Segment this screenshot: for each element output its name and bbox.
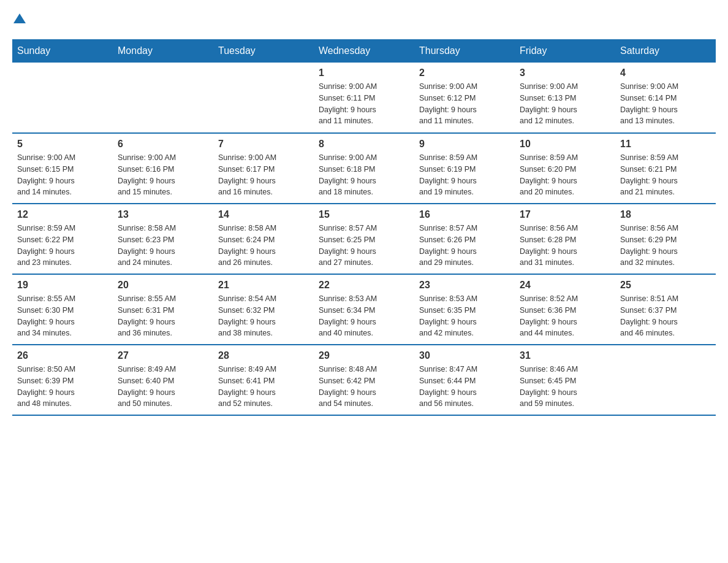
- day-info: Sunrise: 8:59 AM Sunset: 6:19 PM Dayligh…: [419, 152, 510, 198]
- calendar-cell: 24Sunrise: 8:52 AM Sunset: 6:36 PM Dayli…: [515, 274, 615, 345]
- day-info: Sunrise: 8:46 AM Sunset: 6:45 PM Dayligh…: [520, 364, 610, 410]
- day-info: Sunrise: 8:59 AM Sunset: 6:22 PM Dayligh…: [17, 223, 108, 269]
- day-info: Sunrise: 9:00 AM Sunset: 6:14 PM Dayligh…: [620, 81, 711, 127]
- day-number: 4: [620, 67, 711, 79]
- day-number: 5: [17, 139, 108, 150]
- calendar-cell: 6Sunrise: 9:00 AM Sunset: 6:16 PM Daylig…: [113, 133, 213, 204]
- week-row-1: 5Sunrise: 9:00 AM Sunset: 6:15 PM Daylig…: [12, 133, 716, 204]
- day-number: 6: [118, 139, 208, 150]
- calendar-table: SundayMondayTuesdayWednesdayThursdayFrid…: [12, 39, 716, 416]
- week-row-0: 1Sunrise: 9:00 AM Sunset: 6:11 PM Daylig…: [12, 63, 716, 133]
- calendar-cell: 13Sunrise: 8:58 AM Sunset: 6:23 PM Dayli…: [113, 204, 213, 274]
- calendar-cell: 10Sunrise: 8:59 AM Sunset: 6:20 PM Dayli…: [515, 133, 615, 204]
- day-info: Sunrise: 8:56 AM Sunset: 6:29 PM Dayligh…: [620, 223, 711, 269]
- calendar-cell: 16Sunrise: 8:57 AM Sunset: 6:26 PM Dayli…: [414, 204, 515, 274]
- week-row-3: 19Sunrise: 8:55 AM Sunset: 6:30 PM Dayli…: [12, 274, 716, 345]
- calendar-cell: 4Sunrise: 9:00 AM Sunset: 6:14 PM Daylig…: [615, 63, 716, 133]
- logo: [12, 12, 26, 27]
- header-thursday: Thursday: [414, 39, 515, 63]
- day-number: 16: [419, 209, 510, 220]
- calendar-cell: [615, 345, 716, 415]
- logo-triangle-icon: [13, 12, 26, 25]
- calendar-cell: 14Sunrise: 8:58 AM Sunset: 6:24 PM Dayli…: [213, 204, 314, 274]
- day-number: 14: [218, 209, 309, 220]
- day-number: 23: [419, 280, 510, 291]
- calendar-cell: 9Sunrise: 8:59 AM Sunset: 6:19 PM Daylig…: [414, 133, 515, 204]
- calendar-cell: 29Sunrise: 8:48 AM Sunset: 6:42 PM Dayli…: [314, 345, 414, 415]
- calendar-cell: 30Sunrise: 8:47 AM Sunset: 6:44 PM Dayli…: [414, 345, 515, 415]
- week-row-2: 12Sunrise: 8:59 AM Sunset: 6:22 PM Dayli…: [12, 204, 716, 274]
- calendar-cell: 23Sunrise: 8:53 AM Sunset: 6:35 PM Dayli…: [414, 274, 515, 345]
- day-info: Sunrise: 8:55 AM Sunset: 6:30 PM Dayligh…: [17, 293, 108, 339]
- calendar-cell: [12, 63, 113, 133]
- day-number: 13: [118, 209, 208, 220]
- day-number: 26: [17, 350, 108, 361]
- calendar-cell: 20Sunrise: 8:55 AM Sunset: 6:31 PM Dayli…: [113, 274, 213, 345]
- day-number: 21: [218, 280, 309, 291]
- day-info: Sunrise: 8:54 AM Sunset: 6:32 PM Dayligh…: [218, 293, 309, 339]
- day-number: 29: [319, 350, 409, 361]
- header-saturday: Saturday: [615, 39, 716, 63]
- day-number: 17: [520, 209, 610, 220]
- day-number: 1: [319, 67, 409, 79]
- day-info: Sunrise: 9:00 AM Sunset: 6:13 PM Dayligh…: [520, 81, 610, 127]
- calendar-cell: 7Sunrise: 9:00 AM Sunset: 6:17 PM Daylig…: [213, 133, 314, 204]
- header-sunday: Sunday: [12, 39, 113, 63]
- day-number: 27: [118, 350, 208, 361]
- day-info: Sunrise: 8:57 AM Sunset: 6:26 PM Dayligh…: [419, 223, 510, 269]
- day-info: Sunrise: 8:53 AM Sunset: 6:34 PM Dayligh…: [319, 293, 409, 339]
- day-number: 20: [118, 280, 208, 291]
- day-number: 28: [218, 350, 309, 361]
- calendar-cell: 15Sunrise: 8:57 AM Sunset: 6:25 PM Dayli…: [314, 204, 414, 274]
- calendar-cell: 31Sunrise: 8:46 AM Sunset: 6:45 PM Dayli…: [515, 345, 615, 415]
- day-info: Sunrise: 8:47 AM Sunset: 6:44 PM Dayligh…: [419, 364, 510, 410]
- calendar-cell: 8Sunrise: 9:00 AM Sunset: 6:18 PM Daylig…: [314, 133, 414, 204]
- calendar-cell: 17Sunrise: 8:56 AM Sunset: 6:28 PM Dayli…: [515, 204, 615, 274]
- day-number: 30: [419, 350, 510, 361]
- calendar-cell: [113, 63, 213, 133]
- day-number: 12: [17, 209, 108, 220]
- header-wednesday: Wednesday: [314, 39, 414, 63]
- day-number: 10: [520, 139, 610, 150]
- day-info: Sunrise: 9:00 AM Sunset: 6:17 PM Dayligh…: [218, 152, 309, 198]
- header-monday: Monday: [113, 39, 213, 63]
- day-number: 2: [419, 67, 510, 79]
- calendar-cell: 12Sunrise: 8:59 AM Sunset: 6:22 PM Dayli…: [12, 204, 113, 274]
- calendar-cell: 22Sunrise: 8:53 AM Sunset: 6:34 PM Dayli…: [314, 274, 414, 345]
- day-info: Sunrise: 8:56 AM Sunset: 6:28 PM Dayligh…: [520, 223, 610, 269]
- header-friday: Friday: [515, 39, 615, 63]
- calendar-cell: 1Sunrise: 9:00 AM Sunset: 6:11 PM Daylig…: [314, 63, 414, 133]
- day-number: 3: [520, 67, 610, 79]
- calendar-cell: 19Sunrise: 8:55 AM Sunset: 6:30 PM Dayli…: [12, 274, 113, 345]
- day-number: 7: [218, 139, 309, 150]
- day-number: 31: [520, 350, 610, 361]
- calendar-cell: 11Sunrise: 8:59 AM Sunset: 6:21 PM Dayli…: [615, 133, 716, 204]
- day-number: 19: [17, 280, 108, 291]
- day-info: Sunrise: 8:51 AM Sunset: 6:37 PM Dayligh…: [620, 293, 711, 339]
- day-info: Sunrise: 9:00 AM Sunset: 6:11 PM Dayligh…: [319, 81, 409, 127]
- calendar-cell: 28Sunrise: 8:49 AM Sunset: 6:41 PM Dayli…: [213, 345, 314, 415]
- day-info: Sunrise: 9:00 AM Sunset: 6:16 PM Dayligh…: [118, 152, 208, 198]
- day-info: Sunrise: 8:58 AM Sunset: 6:23 PM Dayligh…: [118, 223, 208, 269]
- svg-marker-0: [13, 13, 26, 23]
- day-number: 11: [620, 139, 711, 150]
- page-header: [12, 12, 716, 27]
- day-info: Sunrise: 9:00 AM Sunset: 6:12 PM Dayligh…: [419, 81, 510, 127]
- day-info: Sunrise: 8:48 AM Sunset: 6:42 PM Dayligh…: [319, 364, 409, 410]
- day-info: Sunrise: 8:49 AM Sunset: 6:41 PM Dayligh…: [218, 364, 309, 410]
- day-number: 25: [620, 280, 711, 291]
- calendar-cell: 27Sunrise: 8:49 AM Sunset: 6:40 PM Dayli…: [113, 345, 213, 415]
- day-info: Sunrise: 8:55 AM Sunset: 6:31 PM Dayligh…: [118, 293, 208, 339]
- calendar-cell: [213, 63, 314, 133]
- calendar-cell: 5Sunrise: 9:00 AM Sunset: 6:15 PM Daylig…: [12, 133, 113, 204]
- week-row-4: 26Sunrise: 8:50 AM Sunset: 6:39 PM Dayli…: [12, 345, 716, 415]
- calendar-cell: 18Sunrise: 8:56 AM Sunset: 6:29 PM Dayli…: [615, 204, 716, 274]
- day-info: Sunrise: 8:57 AM Sunset: 6:25 PM Dayligh…: [319, 223, 409, 269]
- header-tuesday: Tuesday: [213, 39, 314, 63]
- day-info: Sunrise: 8:52 AM Sunset: 6:36 PM Dayligh…: [520, 293, 610, 339]
- calendar-cell: 3Sunrise: 9:00 AM Sunset: 6:13 PM Daylig…: [515, 63, 615, 133]
- day-info: Sunrise: 8:49 AM Sunset: 6:40 PM Dayligh…: [118, 364, 208, 410]
- day-number: 18: [620, 209, 711, 220]
- calendar-cell: 26Sunrise: 8:50 AM Sunset: 6:39 PM Dayli…: [12, 345, 113, 415]
- calendar-cell: 25Sunrise: 8:51 AM Sunset: 6:37 PM Dayli…: [615, 274, 716, 345]
